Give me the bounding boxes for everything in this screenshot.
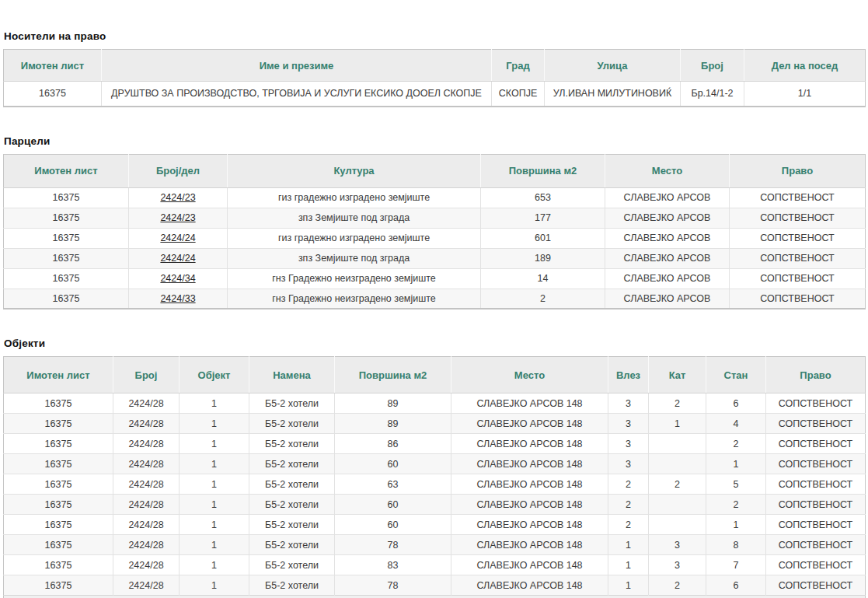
table-cell: Б5-2 хотели: [249, 414, 335, 434]
parcel-link[interactable]: 2424/33: [160, 293, 195, 304]
table-cell: СОПСТВЕНОСТ: [766, 474, 866, 495]
table-row: 163752424/281Б5-2 хотели63СЛАВЕЈКО АРСОВ…: [4, 474, 866, 495]
table-cell: 3: [649, 555, 706, 575]
table-row: 163752424/24гиз градежно изградено земји…: [4, 228, 866, 248]
column-header: Кат: [649, 357, 706, 393]
table-cell: СОПСТВЕНОСТ: [730, 187, 866, 208]
table-cell: 2: [481, 289, 605, 309]
objects-table: Имотен листБројОбјектНаменаПовршина м2Ме…: [3, 356, 866, 598]
table-cell: гиз градежно изградено земјиште: [228, 187, 481, 208]
column-header: Површина м2: [481, 154, 605, 187]
section-title-objects: Објекти: [4, 337, 865, 349]
section-rights-holders: Носители на право Имотен листИме и прези…: [3, 30, 865, 107]
table-cell: 4: [706, 414, 766, 434]
table-cell: 3: [608, 454, 649, 474]
table-cell: 1: [649, 414, 706, 434]
table-row: 163752424/281Б5-2 хотели60СЛАВЕЈКО АРСОВ…: [4, 495, 866, 515]
table-cell: 1: [180, 575, 249, 596]
parcels-table: Имотен листБрој/делКултураПовршина м2Мес…: [3, 154, 866, 310]
table-cell: гнз Градежно неизградено земјиште: [228, 289, 481, 309]
table-cell: 16375: [4, 575, 113, 596]
table-cell: 3: [608, 434, 649, 454]
table-cell: [649, 454, 706, 474]
table-row: 163752424/281Б5-2 хотели60СЛАВЕЈКО АРСОВ…: [4, 515, 866, 535]
parcel-link[interactable]: 2424/24: [160, 253, 195, 264]
table-cell: 177: [481, 208, 605, 228]
table-cell: 2: [649, 393, 706, 414]
table-row: 163752424/33гнз Градежно неизградено зем…: [4, 289, 866, 309]
table-cell: СОПСТВЕНОСТ: [766, 555, 866, 575]
column-header: Право: [730, 154, 866, 187]
table-cell: 601: [481, 228, 605, 248]
table-cell: 2424/28: [113, 515, 180, 535]
table-cell: СОПСТВЕНОСТ: [766, 535, 866, 555]
table-cell: 1: [180, 555, 249, 575]
table-cell: 16375: [4, 82, 102, 107]
table-row: 163752424/23гиз градежно изградено земји…: [4, 187, 866, 208]
table-cell: СЛАВЕЈКО АРСОВ: [605, 208, 730, 228]
table-cell: Б5-2 хотели: [249, 535, 335, 555]
table-cell: СЛАВЕЈКО АРСОВ 148: [451, 495, 608, 515]
table-cell: [649, 515, 706, 535]
table-cell: 2424/23: [129, 208, 228, 228]
table-cell: 16375: [4, 228, 129, 248]
table-cell: 78: [335, 535, 451, 555]
table-cell: 83: [335, 555, 451, 575]
table-cell: СЛАВЕЈКО АРСОВ 148: [451, 454, 608, 474]
parcel-link[interactable]: 2424/24: [160, 233, 195, 243]
table-cell: СЛАВЕЈКО АРСОВ 148: [451, 414, 608, 434]
column-header: Имотен лист: [4, 357, 113, 393]
parcel-link[interactable]: 2424/34: [160, 273, 195, 284]
table-cell: 2424/28: [113, 535, 180, 555]
section-title-holders: Носители на право: [4, 30, 865, 42]
table-cell: СКОПЈЕ: [492, 82, 545, 107]
table-cell: СОПСТВЕНОСТ: [766, 495, 866, 515]
table-cell: 2424/28: [113, 454, 180, 474]
table-cell: 2424/28: [113, 393, 180, 414]
column-header: Намена: [249, 357, 335, 393]
table-cell: Б5-2 хотели: [249, 434, 335, 454]
table-row: 163752424/281Б5-2 хотели86СЛАВЕЈКО АРСОВ…: [4, 434, 866, 454]
table-cell: 1: [608, 575, 649, 596]
column-header: Стан: [706, 357, 766, 393]
table-cell: 16375: [4, 474, 113, 495]
table-cell: 2: [608, 515, 649, 535]
table-cell: 1: [608, 535, 649, 555]
table-row: 16375ДРУШТВО ЗА ПРОИЗВОДСТВО, ТРГОВИЈА И…: [4, 82, 866, 107]
table-cell: Б5-2 хотели: [249, 555, 335, 575]
table-cell: ДРУШТВО ЗА ПРОИЗВОДСТВО, ТРГОВИЈА И УСЛУ…: [102, 82, 492, 107]
table-cell: СЛАВЕЈКО АРСОВ: [605, 248, 730, 268]
parcel-link[interactable]: 2424/23: [160, 192, 195, 203]
table-cell: УЛ.ИВАН МИЛУТИНОВИЌ: [545, 82, 681, 107]
table-cell: 2: [706, 434, 766, 454]
table-cell: 2424/28: [113, 555, 180, 575]
column-header: Влез: [608, 357, 649, 393]
table-cell: 1: [706, 454, 766, 474]
table-cell: СЛАВЕЈКО АРСОВ 148: [451, 474, 608, 495]
table-cell: СЛАВЕЈКО АРСОВ 148: [451, 555, 608, 575]
table-row: 163752424/281Б5-2 хотели78СЛАВЕЈКО АРСОВ…: [4, 535, 866, 555]
table-cell: СОПСТВЕНОСТ: [730, 228, 866, 248]
table-cell: 3: [608, 393, 649, 414]
table-cell: 16375: [4, 187, 129, 208]
table-cell: СЛАВЕЈКО АРСОВ: [605, 187, 730, 208]
table-cell: 2424/23: [129, 187, 228, 208]
pagination-bar: |◄ ◄◄ 12345 ►► ►|: [4, 596, 866, 598]
table-cell: 16375: [4, 535, 113, 555]
table-cell: СЛАВЕЈКО АРСОВ 148: [451, 434, 608, 454]
table-cell: зпз Земјиште под зграда: [228, 208, 481, 228]
table-cell: 78: [335, 575, 451, 596]
column-header: Право: [766, 357, 866, 393]
table-cell: СОПСТВЕНОСТ: [766, 515, 866, 535]
table-cell: 89: [335, 414, 451, 434]
table-cell: СЛАВЕЈКО АРСОВ 148: [451, 393, 608, 414]
table-cell: СЛАВЕЈКО АРСОВ 148: [451, 535, 608, 555]
table-cell: 6: [706, 393, 766, 414]
table-cell: 16375: [4, 268, 129, 289]
parcel-link[interactable]: 2424/23: [160, 212, 195, 223]
table-cell: [649, 495, 706, 515]
table-row: 163752424/281Б5-2 хотели78СЛАВЕЈКО АРСОВ…: [4, 575, 866, 596]
table-cell: 1: [180, 495, 249, 515]
table-cell: СОПСТВЕНОСТ: [730, 268, 866, 289]
table-cell: 2: [649, 575, 706, 596]
